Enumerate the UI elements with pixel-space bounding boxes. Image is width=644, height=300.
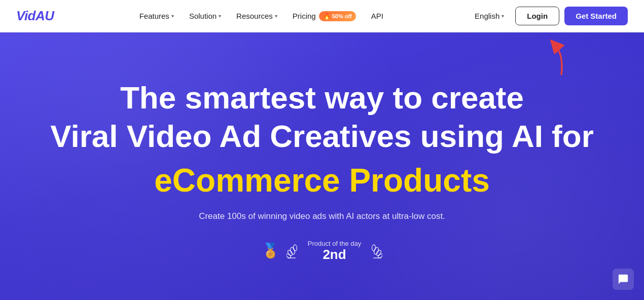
hero-title-line2: Viral Video Ad Creatives using AI for [50,119,594,154]
nav-solution[interactable]: Solution ▾ [183,8,227,24]
hero-section: The smartest way to create Viral Video A… [0,32,644,300]
chat-icon [618,274,629,285]
nav-center: Features ▾ Solution ▾ Resources ▾ Pricin… [133,8,389,24]
nav-features[interactable]: Features ▾ [133,8,180,24]
hero-subtitle: Create 100s of winning video ads with AI… [199,211,445,221]
product-badge-text: Product of the day 2nd [308,240,362,262]
chevron-down-icon: ▾ [502,13,504,19]
chevron-down-icon: ▾ [171,13,174,19]
hero-title-line1: The smartest way to create [120,81,524,115]
nav-right: English ▾ Login Get Started [469,7,628,25]
nav-resources[interactable]: Resources ▾ [230,8,283,24]
svg-point-3 [293,245,297,251]
nav-language[interactable]: English ▾ [469,8,510,24]
get-started-button[interactable]: Get Started [564,7,628,25]
nav-pricing[interactable]: Pricing 🔥 50% off [287,8,362,24]
hero-title-highlight: eCommerce Products [154,162,490,200]
laurel-wreath-right [364,242,382,260]
laurel-wreath-left [287,242,305,260]
login-button[interactable]: Login [515,7,559,25]
laurel-left-icon: 🏅 [262,242,279,259]
pricing-discount-badge: 🔥 50% off [319,11,356,21]
product-of-day-badge: 🏅 Product of the day 2nd [262,240,383,262]
arrow-annotation [528,40,569,82]
nav-api[interactable]: API [365,8,389,24]
navbar: VidAU Features ▾ Solution ▾ Resources ▾ … [0,0,644,32]
svg-point-8 [372,245,376,251]
brand-logo[interactable]: VidAU [16,8,54,24]
chevron-down-icon: ▾ [275,13,277,19]
chevron-down-icon: ▾ [219,13,221,19]
chat-widget-button[interactable] [613,269,634,290]
fire-icon: 🔥 [323,13,331,20]
